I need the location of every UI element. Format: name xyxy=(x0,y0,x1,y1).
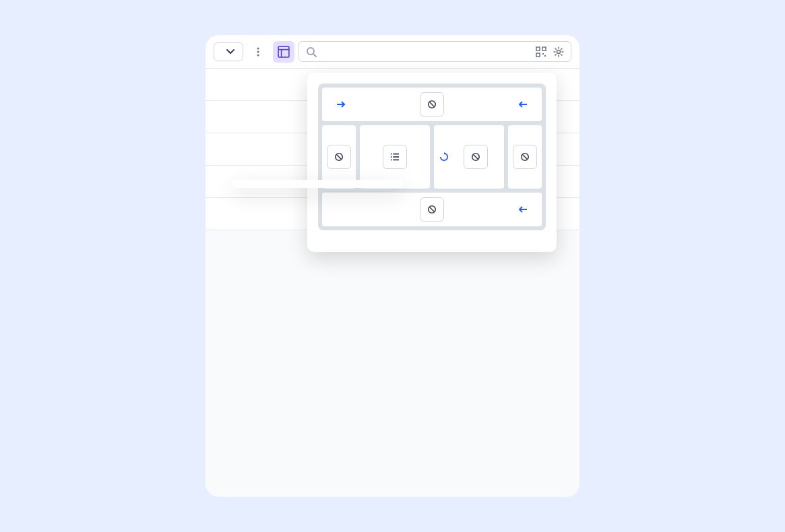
arrow-left-icon xyxy=(517,99,528,110)
ban-icon xyxy=(520,152,530,162)
layout-icon xyxy=(278,46,290,58)
layout-preview-popover xyxy=(307,73,557,252)
arrow-right-icon xyxy=(336,99,346,110)
slot-none-button[interactable] xyxy=(513,145,537,169)
viewer-type-dropdown xyxy=(232,180,404,188)
chevron-down-icon xyxy=(226,48,234,56)
qr-icon[interactable] xyxy=(536,46,546,57)
layout-slot-top[interactable] xyxy=(322,88,542,121)
ban-icon xyxy=(334,152,344,162)
list-icon xyxy=(390,152,400,162)
layout-slot-center-left[interactable] xyxy=(360,125,430,189)
search-input[interactable] xyxy=(322,46,530,57)
layout-slot-center-right[interactable] xyxy=(434,125,504,189)
layout-slot-left[interactable] xyxy=(322,125,356,189)
gear-icon[interactable] xyxy=(553,46,564,57)
arrow-left-icon xyxy=(517,204,528,215)
layout-toggle-button[interactable] xyxy=(273,41,294,63)
slot-none-button[interactable] xyxy=(464,145,488,169)
ban-icon xyxy=(427,100,437,109)
more-menu-button[interactable] xyxy=(247,41,269,63)
slot-none-button[interactable] xyxy=(420,197,444,222)
slot-list-button[interactable] xyxy=(383,145,407,169)
slot-none-button[interactable] xyxy=(327,145,351,169)
layout-grid xyxy=(318,84,546,230)
toolbar xyxy=(206,35,579,69)
search-box[interactable] xyxy=(299,41,571,62)
layout-slot-right[interactable] xyxy=(508,125,542,189)
search-icon xyxy=(306,46,317,57)
refresh-icon xyxy=(439,152,449,162)
layout-slot-bottom[interactable] xyxy=(322,193,542,226)
asset-dropdown-button[interactable] xyxy=(214,42,243,61)
slot-none-button[interactable] xyxy=(420,92,444,117)
ban-icon xyxy=(427,205,437,214)
ban-icon xyxy=(471,152,480,162)
dots-vertical-icon xyxy=(253,46,263,57)
app-panel xyxy=(206,35,579,497)
